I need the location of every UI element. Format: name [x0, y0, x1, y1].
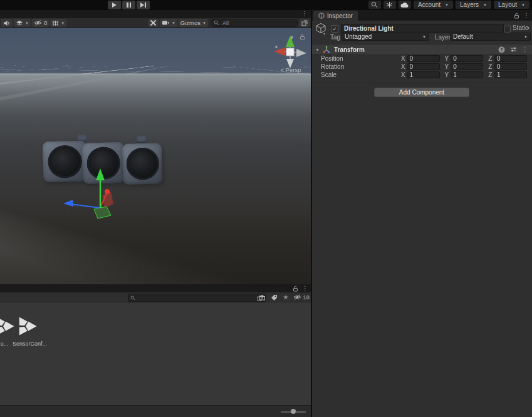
scene-horizon — [0, 73, 311, 75]
traffic-light-lens — [48, 145, 82, 178]
pause-button[interactable] — [122, 1, 135, 9]
gizmos-label: Gizmos — [180, 19, 201, 26]
project-menu-icon[interactable]: ⋮ — [302, 286, 308, 292]
main-toolbar: Account ▼ Layers ▼ Layout ▼ — [0, 0, 532, 10]
chevron-down-icon: ▼ — [445, 3, 449, 7]
svg-text:?: ? — [500, 47, 503, 53]
layers-dropdown[interactable]: Layers ▼ — [456, 1, 491, 9]
collab-button[interactable] — [383, 1, 396, 9]
crossed-tools-icon — [150, 19, 157, 26]
project-search-input[interactable] — [137, 294, 255, 302]
layer-dropdown[interactable]: Default ▼ — [450, 33, 531, 41]
chevron-down-icon: ▼ — [202, 21, 206, 25]
layer-label: Layer — [435, 34, 451, 41]
rotation-x-field[interactable] — [407, 63, 440, 70]
scene-audio-toggle[interactable] — [1, 19, 13, 27]
inspector-panel: Inspector ⋮ ▼ ✓ Static ▼ Tag — [312, 10, 532, 417]
static-chevron-icon[interactable]: ▼ — [526, 26, 530, 30]
rotation-z-field[interactable] — [494, 63, 527, 70]
gizmos-dropdown[interactable]: Gizmos ▼ — [179, 19, 208, 27]
grid-icon — [52, 20, 59, 26]
camera-settings-dropdown[interactable]: ▼ — [160, 19, 177, 27]
play-button[interactable] — [108, 1, 121, 9]
eye-slash-icon — [34, 20, 42, 26]
project-status-bar — [0, 405, 311, 417]
scene-tab-bar: ⋮ — [0, 10, 311, 18]
tool-settings-button[interactable] — [148, 19, 159, 27]
scene-grid — [0, 48, 289, 64]
tag-value: Untagged — [345, 33, 372, 40]
step-button[interactable] — [137, 1, 150, 9]
position-y-field[interactable] — [451, 55, 483, 62]
grid-settings-dropdown[interactable]: ▼ — [50, 19, 66, 27]
axis-label: X — [401, 63, 407, 70]
gizmo-z-cone[interactable] — [296, 49, 306, 57]
project-visibility-toggle[interactable]: 18 — [293, 294, 310, 301]
help-icon[interactable]: ? — [498, 46, 505, 53]
transform-component-header[interactable]: ▼ Transform ? ⋮ — [312, 44, 532, 55]
favorites-star-icon[interactable]: ★ — [283, 294, 288, 301]
foldout-chevron-icon[interactable]: ▼ — [315, 48, 320, 52]
tag-dropdown[interactable]: Untagged ▼ — [342, 33, 429, 41]
scene-popout-button[interactable] — [300, 19, 310, 27]
label-tag-icon[interactable] — [271, 294, 278, 301]
asset-item[interactable]: SensorConf... — [13, 314, 41, 347]
scale-x-field[interactable] — [407, 71, 440, 78]
position-z-field[interactable] — [494, 55, 527, 62]
inspector-tab-bar: Inspector ⋮ — [312, 10, 532, 21]
chevron-down-icon: ▼ — [172, 21, 175, 25]
playmode-controls — [108, 1, 150, 9]
lock-icon[interactable] — [300, 34, 305, 40]
asset-label: SensorConf... — [13, 341, 41, 347]
slider-knob[interactable] — [291, 409, 296, 414]
row-label: Position — [321, 55, 401, 62]
position-x-field[interactable] — [407, 55, 440, 62]
step-icon — [140, 3, 144, 8]
account-dropdown[interactable]: Account ▼ — [414, 1, 453, 9]
unity-asset-icon — [14, 314, 39, 339]
layout-dropdown[interactable]: Layout ▼ — [494, 1, 529, 9]
transform-title: Transform — [334, 46, 365, 53]
project-search-field — [128, 294, 266, 302]
tab-inspector[interactable]: Inspector — [313, 11, 358, 21]
search-icon — [214, 20, 219, 26]
toolbar-right-group: Account ▼ Layers ▼ Layout ▼ — [368, 1, 529, 9]
axis-label: Z — [488, 55, 494, 62]
package-icon[interactable] — [259, 294, 266, 301]
perspective-mode-label[interactable]: < Persp — [273, 66, 308, 73]
active-checkbox[interactable]: ✓ — [331, 25, 338, 33]
camera-icon — [162, 20, 170, 26]
scene-visibility-toggle[interactable]: 0 — [32, 19, 49, 27]
traffic-light-housing — [43, 140, 88, 182]
cloud-icon — [400, 2, 409, 8]
lock-icon[interactable] — [514, 13, 519, 19]
lock-icon[interactable] — [293, 286, 298, 292]
gizmo-center-cube[interactable] — [286, 48, 294, 56]
gameobject-name-field[interactable] — [341, 24, 504, 33]
icon-size-slider[interactable] — [281, 411, 306, 413]
search-button[interactable] — [368, 1, 381, 9]
prefab-chevron-icon[interactable]: ▼ — [323, 33, 326, 36]
speaker-icon — [3, 20, 11, 26]
scene-viewport[interactable]: y x < Persp — [0, 28, 311, 284]
component-menu-icon[interactable]: ⋮ — [522, 46, 528, 53]
traffic-light-housing — [122, 143, 163, 185]
scene-search-input[interactable] — [221, 19, 295, 27]
hidden-object-count: 0 — [44, 19, 47, 26]
static-checkbox[interactable] — [504, 26, 511, 33]
presets-icon[interactable] — [510, 46, 517, 53]
draw-mode-dropdown[interactable]: ▼ — [14, 19, 31, 27]
scene-menu-icon[interactable]: ⋮ — [301, 11, 308, 17]
check-icon: ✓ — [333, 26, 337, 32]
rotation-y-field[interactable] — [451, 63, 483, 70]
project-asset-grid[interactable]: u... SensorConf... — [0, 302, 311, 405]
layer-value: Default — [453, 33, 473, 40]
axis-label: Y — [445, 63, 451, 70]
shaded-mode-icon — [16, 20, 23, 26]
inspector-menu-icon[interactable]: ⋮ — [523, 13, 529, 19]
scale-z-field[interactable] — [494, 71, 527, 78]
search-icon — [130, 296, 135, 301]
scale-y-field[interactable] — [451, 71, 483, 78]
cloud-button[interactable] — [399, 1, 411, 9]
add-component-button[interactable]: Add Component — [374, 88, 469, 97]
